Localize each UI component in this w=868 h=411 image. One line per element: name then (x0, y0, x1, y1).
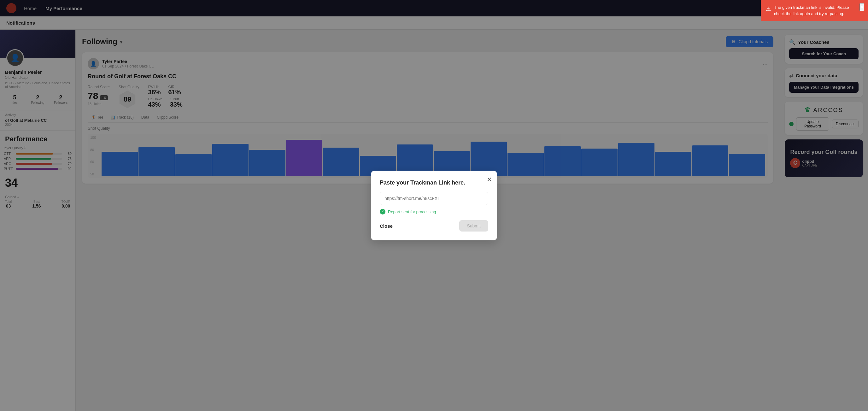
modal-close-button[interactable]: Close (380, 223, 393, 229)
trackman-link-input[interactable] (380, 192, 488, 205)
modal-submit-button[interactable]: Submit (459, 220, 488, 231)
modal-overlay: ✕ Paste your Trackman Link here. ✓ Repor… (0, 0, 868, 411)
modal-title: Paste your Trackman Link here. (380, 180, 488, 186)
modal-footer: Close Submit (380, 220, 488, 231)
success-text: Report sent for processing (388, 210, 436, 214)
error-toast-close-button[interactable]: × (860, 3, 864, 11)
error-toast: ⚠ The given trackman link is invalid. Pl… (761, 0, 868, 21)
modal-close-x-button[interactable]: ✕ (487, 176, 492, 183)
warning-icon: ⚠ (766, 5, 771, 13)
success-message: ✓ Report sent for processing (380, 209, 488, 215)
trackman-modal: ✕ Paste your Trackman Link here. ✓ Repor… (371, 171, 497, 240)
error-toast-message: The given trackman link is invalid. Plea… (774, 4, 856, 17)
success-check-icon: ✓ (380, 209, 385, 215)
